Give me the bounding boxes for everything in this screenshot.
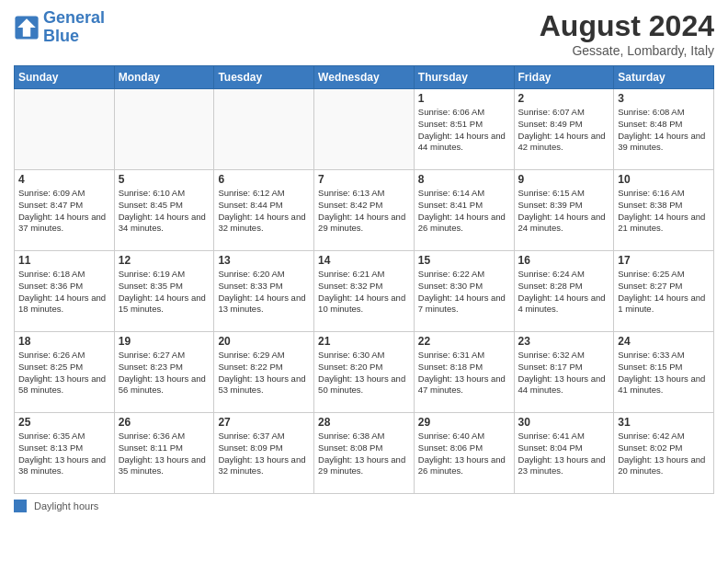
day-number: 4 bbox=[18, 173, 110, 186]
calendar-week-1: 1Sunrise: 6:06 AM Sunset: 8:51 PM Daylig… bbox=[15, 89, 714, 170]
location: Gessate, Lombardy, Italy bbox=[540, 43, 714, 58]
day-info: Sunrise: 6:38 AM Sunset: 8:08 PM Dayligh… bbox=[318, 431, 410, 477]
calendar-cell: 22Sunrise: 6:31 AM Sunset: 8:18 PM Dayli… bbox=[414, 332, 514, 413]
day-number: 14 bbox=[318, 254, 410, 267]
calendar-cell: 15Sunrise: 6:22 AM Sunset: 8:30 PM Dayli… bbox=[414, 251, 514, 332]
day-info: Sunrise: 6:15 AM Sunset: 8:39 PM Dayligh… bbox=[518, 188, 610, 235]
day-info: Sunrise: 6:33 AM Sunset: 8:15 PM Dayligh… bbox=[618, 350, 710, 396]
calendar-cell: 1Sunrise: 6:06 AM Sunset: 8:51 PM Daylig… bbox=[414, 89, 514, 170]
day-number: 30 bbox=[518, 416, 610, 429]
day-number: 25 bbox=[18, 416, 110, 429]
weekday-header-friday: Friday bbox=[514, 66, 614, 89]
day-number: 27 bbox=[218, 416, 310, 429]
calendar-cell: 18Sunrise: 6:26 AM Sunset: 8:25 PM Dayli… bbox=[15, 332, 115, 413]
day-number: 6 bbox=[218, 173, 310, 186]
day-number: 31 bbox=[618, 416, 710, 429]
calendar-cell: 13Sunrise: 6:20 AM Sunset: 8:33 PM Dayli… bbox=[214, 251, 314, 332]
calendar-cell: 14Sunrise: 6:21 AM Sunset: 8:32 PM Dayli… bbox=[314, 251, 415, 332]
legend-color-box bbox=[14, 500, 27, 512]
day-info: Sunrise: 6:29 AM Sunset: 8:22 PM Dayligh… bbox=[218, 350, 310, 396]
day-info: Sunrise: 6:13 AM Sunset: 8:42 PM Dayligh… bbox=[318, 188, 410, 235]
day-info: Sunrise: 6:18 AM Sunset: 8:36 PM Dayligh… bbox=[18, 269, 110, 316]
day-number: 17 bbox=[618, 254, 710, 267]
day-info: Sunrise: 6:25 AM Sunset: 8:27 PM Dayligh… bbox=[618, 269, 710, 316]
calendar-cell: 10Sunrise: 6:16 AM Sunset: 8:38 PM Dayli… bbox=[614, 170, 714, 251]
calendar-cell: 2Sunrise: 6:07 AM Sunset: 8:49 PM Daylig… bbox=[514, 89, 614, 170]
calendar-cell: 7Sunrise: 6:13 AM Sunset: 8:42 PM Daylig… bbox=[314, 170, 415, 251]
calendar-week-3: 11Sunrise: 6:18 AM Sunset: 8:36 PM Dayli… bbox=[15, 251, 714, 332]
day-info: Sunrise: 6:10 AM Sunset: 8:45 PM Dayligh… bbox=[119, 188, 210, 235]
day-info: Sunrise: 6:14 AM Sunset: 8:41 PM Dayligh… bbox=[418, 188, 510, 235]
day-number: 11 bbox=[18, 254, 110, 267]
day-info: Sunrise: 6:36 AM Sunset: 8:11 PM Dayligh… bbox=[119, 431, 210, 477]
day-number: 24 bbox=[618, 335, 710, 348]
calendar-cell: 9Sunrise: 6:15 AM Sunset: 8:39 PM Daylig… bbox=[514, 170, 614, 251]
day-number: 13 bbox=[218, 254, 310, 267]
weekday-header-wednesday: Wednesday bbox=[314, 66, 415, 89]
calendar-cell: 4Sunrise: 6:09 AM Sunset: 8:47 PM Daylig… bbox=[15, 170, 115, 251]
weekday-header-monday: Monday bbox=[114, 66, 214, 89]
weekday-header-saturday: Saturday bbox=[614, 66, 714, 89]
logo-text: General Blue bbox=[43, 9, 105, 46]
calendar-cell bbox=[114, 89, 214, 170]
day-info: Sunrise: 6:21 AM Sunset: 8:32 PM Dayligh… bbox=[318, 269, 410, 316]
calendar-week-2: 4Sunrise: 6:09 AM Sunset: 8:47 PM Daylig… bbox=[15, 170, 714, 251]
day-info: Sunrise: 6:27 AM Sunset: 8:23 PM Dayligh… bbox=[119, 350, 210, 396]
calendar-cell: 17Sunrise: 6:25 AM Sunset: 8:27 PM Dayli… bbox=[614, 251, 714, 332]
day-info: Sunrise: 6:09 AM Sunset: 8:47 PM Dayligh… bbox=[18, 188, 110, 235]
day-number: 8 bbox=[418, 173, 510, 186]
day-number: 21 bbox=[318, 335, 410, 348]
calendar-cell: 21Sunrise: 6:30 AM Sunset: 8:20 PM Dayli… bbox=[314, 332, 415, 413]
day-info: Sunrise: 6:06 AM Sunset: 8:51 PM Dayligh… bbox=[418, 107, 510, 154]
logo: General Blue bbox=[14, 9, 105, 46]
calendar-cell: 16Sunrise: 6:24 AM Sunset: 8:28 PM Dayli… bbox=[514, 251, 614, 332]
day-number: 7 bbox=[318, 173, 410, 186]
calendar-cell: 28Sunrise: 6:38 AM Sunset: 8:08 PM Dayli… bbox=[314, 413, 415, 494]
day-number: 29 bbox=[418, 416, 510, 429]
title-area: August 2024 Gessate, Lombardy, Italy bbox=[540, 9, 714, 58]
day-info: Sunrise: 6:08 AM Sunset: 8:48 PM Dayligh… bbox=[618, 107, 710, 154]
day-info: Sunrise: 6:42 AM Sunset: 8:02 PM Dayligh… bbox=[618, 431, 710, 477]
calendar-cell bbox=[214, 89, 314, 170]
day-info: Sunrise: 6:30 AM Sunset: 8:20 PM Dayligh… bbox=[318, 350, 410, 396]
day-info: Sunrise: 6:26 AM Sunset: 8:25 PM Dayligh… bbox=[18, 350, 110, 396]
day-info: Sunrise: 6:37 AM Sunset: 8:09 PM Dayligh… bbox=[218, 431, 310, 477]
day-info: Sunrise: 6:24 AM Sunset: 8:28 PM Dayligh… bbox=[518, 269, 610, 316]
day-info: Sunrise: 6:31 AM Sunset: 8:18 PM Dayligh… bbox=[418, 350, 510, 396]
day-number: 26 bbox=[119, 416, 210, 429]
calendar-cell: 24Sunrise: 6:33 AM Sunset: 8:15 PM Dayli… bbox=[614, 332, 714, 413]
day-info: Sunrise: 6:35 AM Sunset: 8:13 PM Dayligh… bbox=[18, 431, 110, 477]
day-number: 20 bbox=[218, 335, 310, 348]
day-info: Sunrise: 6:16 AM Sunset: 8:38 PM Dayligh… bbox=[618, 188, 710, 235]
calendar-cell: 8Sunrise: 6:14 AM Sunset: 8:41 PM Daylig… bbox=[414, 170, 514, 251]
day-number: 18 bbox=[18, 335, 110, 348]
calendar-cell: 3Sunrise: 6:08 AM Sunset: 8:48 PM Daylig… bbox=[614, 89, 714, 170]
calendar-week-5: 25Sunrise: 6:35 AM Sunset: 8:13 PM Dayli… bbox=[15, 413, 714, 494]
calendar-cell bbox=[15, 89, 115, 170]
day-number: 23 bbox=[518, 335, 610, 348]
day-number: 3 bbox=[618, 92, 710, 105]
calendar-cell: 23Sunrise: 6:32 AM Sunset: 8:17 PM Dayli… bbox=[514, 332, 614, 413]
day-number: 2 bbox=[518, 92, 610, 105]
legend: Daylight hours bbox=[14, 500, 714, 512]
calendar-cell: 12Sunrise: 6:19 AM Sunset: 8:35 PM Dayli… bbox=[114, 251, 214, 332]
header: General Blue August 2024 Gessate, Lombar… bbox=[14, 9, 714, 58]
day-number: 12 bbox=[119, 254, 210, 267]
logo-icon bbox=[14, 15, 40, 40]
day-number: 15 bbox=[418, 254, 510, 267]
calendar-cell: 26Sunrise: 6:36 AM Sunset: 8:11 PM Dayli… bbox=[114, 413, 214, 494]
day-number: 16 bbox=[518, 254, 610, 267]
day-number: 1 bbox=[418, 92, 510, 105]
day-info: Sunrise: 6:32 AM Sunset: 8:17 PM Dayligh… bbox=[518, 350, 610, 396]
day-info: Sunrise: 6:07 AM Sunset: 8:49 PM Dayligh… bbox=[518, 107, 610, 154]
calendar-cell: 19Sunrise: 6:27 AM Sunset: 8:23 PM Dayli… bbox=[114, 332, 214, 413]
calendar-week-4: 18Sunrise: 6:26 AM Sunset: 8:25 PM Dayli… bbox=[15, 332, 714, 413]
calendar-cell: 5Sunrise: 6:10 AM Sunset: 8:45 PM Daylig… bbox=[114, 170, 214, 251]
legend-daylight-label: Daylight hours bbox=[34, 500, 98, 511]
calendar-cell bbox=[314, 89, 415, 170]
day-info: Sunrise: 6:40 AM Sunset: 8:06 PM Dayligh… bbox=[418, 431, 510, 477]
day-info: Sunrise: 6:20 AM Sunset: 8:33 PM Dayligh… bbox=[218, 269, 310, 316]
day-number: 19 bbox=[119, 335, 210, 348]
day-info: Sunrise: 6:19 AM Sunset: 8:35 PM Dayligh… bbox=[119, 269, 210, 316]
calendar-cell: 20Sunrise: 6:29 AM Sunset: 8:22 PM Dayli… bbox=[214, 332, 314, 413]
